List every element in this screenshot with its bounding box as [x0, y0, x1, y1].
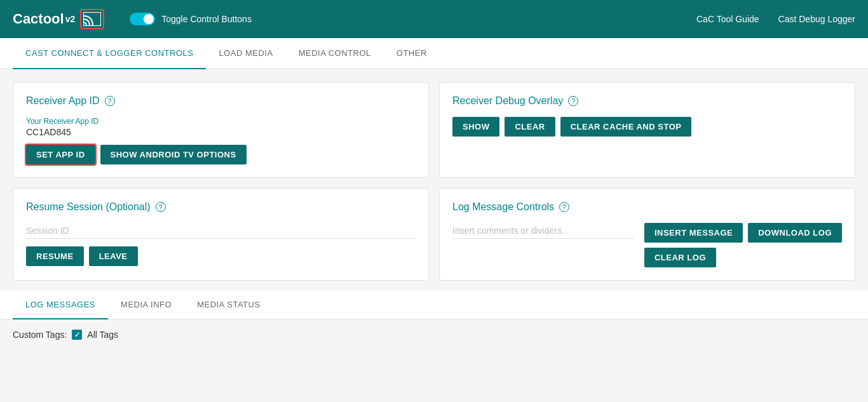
receiver-app-id-help-icon[interactable]: ?	[105, 96, 115, 106]
receiver-app-id-input-label: Your Receiver App ID	[26, 117, 416, 126]
cards-row-top: Receiver App ID ? Your Receiver App ID C…	[13, 82, 855, 178]
cast-icon	[83, 12, 101, 26]
leave-button[interactable]: LEAVE	[89, 246, 138, 266]
custom-tags-row: Custom Tags: All Tags	[13, 319, 855, 350]
receiver-app-id-btn-row: SET APP ID SHOW ANDROID TV OPTIONS	[26, 145, 416, 164]
all-tags-checkbox[interactable]	[72, 330, 82, 340]
bottom-tabs: LOG MESSAGES MEDIA INFO MEDIA STATUS	[0, 291, 868, 319]
clear-debug-button[interactable]: CLEAR	[505, 117, 555, 137]
comment-input[interactable]	[452, 223, 634, 239]
content-area: Receiver App ID ? Your Receiver App ID C…	[0, 69, 868, 363]
receiver-debug-btn-row: SHOW CLEAR CLEAR CACHE AND STOP	[452, 117, 842, 137]
receiver-app-id-value: CC1AD845	[26, 127, 416, 137]
logo-version: v2	[65, 14, 76, 24]
cards-row-bottom: Resume Session (Optional) ? RESUME LEAVE…	[13, 188, 855, 281]
tab-log-messages[interactable]: LOG MESSAGES	[13, 291, 108, 319]
show-android-tv-options-button[interactable]: SHOW ANDROID TV OPTIONS	[100, 145, 247, 164]
set-app-id-button[interactable]: SET APP ID	[26, 145, 95, 164]
toggle-section: Toggle Control Buttons	[130, 13, 252, 25]
logo-text: Cactool	[13, 11, 64, 27]
tab-load-media[interactable]: LOAD MEDIA	[206, 38, 285, 69]
tab-media-control[interactable]: MEDIA CONTROL	[286, 38, 384, 69]
app-logo: Cactoolv2	[13, 9, 104, 29]
receiver-app-id-title: Receiver App ID ?	[26, 95, 416, 107]
svg-point-1	[83, 25, 85, 26]
tab-other[interactable]: OTHER	[384, 38, 440, 69]
receiver-debug-help-icon[interactable]: ?	[568, 96, 578, 106]
header: Cactoolv2 Toggle Control Buttons CaC Too…	[0, 0, 868, 38]
receiver-debug-overlay-card: Receiver Debug Overlay ? SHOW CLEAR CLEA…	[439, 82, 855, 178]
custom-tags-label: Custom Tags:	[13, 330, 67, 340]
tab-media-status[interactable]: MEDIA STATUS	[184, 291, 273, 319]
cast-icon-wrapper[interactable]	[80, 9, 104, 29]
main-tabs: CAST CONNECT & LOGGER CONTROLS LOAD MEDI…	[0, 38, 868, 69]
receiver-app-id-card: Receiver App ID ? Your Receiver App ID C…	[13, 82, 429, 178]
download-log-button[interactable]: DOWNLOAD LOG	[748, 223, 842, 243]
toggle-label: Toggle Control Buttons	[161, 14, 252, 24]
session-id-input[interactable]	[26, 223, 416, 239]
tab-media-info[interactable]: MEDIA INFO	[108, 291, 184, 319]
show-debug-button[interactable]: SHOW	[452, 117, 499, 137]
resume-session-card: Resume Session (Optional) ? RESUME LEAVE	[13, 188, 429, 281]
tab-cast-connect[interactable]: CAST CONNECT & LOGGER CONTROLS	[13, 38, 206, 69]
nav-cast-debug-logger[interactable]: Cast Debug Logger	[778, 14, 855, 24]
log-message-controls-card: Log Message Controls ? INSERT MESSAGE DO…	[439, 188, 855, 281]
log-message-title: Log Message Controls ?	[452, 201, 842, 213]
nav-cac-tool-guide[interactable]: CaC Tool Guide	[696, 14, 759, 24]
clear-log-button[interactable]: CLEAR LOG	[644, 248, 716, 267]
header-nav: CaC Tool Guide Cast Debug Logger	[696, 14, 855, 24]
resume-session-btn-row: RESUME LEAVE	[26, 246, 416, 266]
all-tags-label: All Tags	[87, 330, 118, 340]
log-top-btn-row: INSERT MESSAGE DOWNLOAD LOG	[644, 223, 842, 243]
resume-button[interactable]: RESUME	[26, 246, 84, 266]
log-message-btn-group: INSERT MESSAGE DOWNLOAD LOG CLEAR LOG	[644, 223, 842, 267]
receiver-debug-title: Receiver Debug Overlay ?	[452, 95, 842, 107]
insert-message-button[interactable]: INSERT MESSAGE	[644, 223, 743, 243]
resume-session-title: Resume Session (Optional) ?	[26, 201, 416, 213]
log-message-help-icon[interactable]: ?	[559, 202, 569, 212]
clear-cache-stop-button[interactable]: CLEAR CACHE AND STOP	[560, 117, 692, 137]
toggle-switch[interactable]	[130, 13, 155, 25]
resume-session-help-icon[interactable]: ?	[156, 202, 166, 212]
